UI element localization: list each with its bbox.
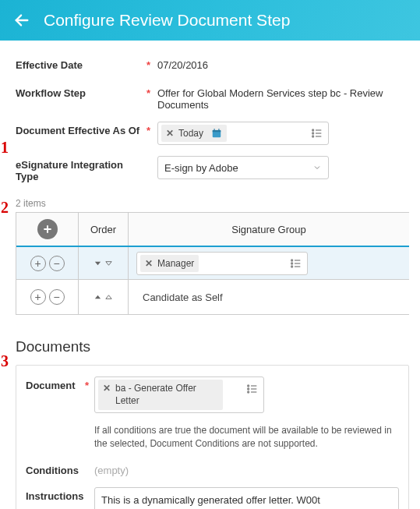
- svg-point-15: [291, 260, 293, 261]
- row-remove-button[interactable]: −: [49, 289, 65, 305]
- required-asterisk: *: [146, 122, 157, 136]
- svg-marker-21: [95, 295, 101, 299]
- row-add-button[interactable]: +: [30, 256, 46, 271]
- document-help-text: If all conditions are true the document …: [26, 424, 399, 451]
- required-asterisk: *: [85, 376, 94, 391]
- doc-effective-field[interactable]: ✕ Today: [157, 122, 329, 145]
- remove-chip-icon[interactable]: ✕: [103, 383, 111, 394]
- table-row[interactable]: + − ✕ Manager: [16, 246, 409, 280]
- effective-date-value: 07/20/2016: [157, 56, 409, 71]
- signature-table: Order Signature Group + −: [16, 212, 409, 315]
- move-up-solid-icon[interactable]: [94, 293, 102, 302]
- svg-marker-22: [106, 295, 111, 299]
- svg-rect-4: [218, 129, 219, 130]
- calendar-icon: [211, 128, 222, 139]
- items-count: 2 items: [16, 193, 409, 212]
- row-remove-button[interactable]: −: [49, 256, 65, 271]
- conditions-label: Conditions: [26, 461, 85, 476]
- order-header: Order: [79, 213, 129, 246]
- list-icon[interactable]: [290, 257, 302, 270]
- chip-text: ba - Generate Offer Letter: [115, 383, 218, 407]
- svg-point-23: [248, 385, 249, 387]
- chevron-down-icon: [312, 163, 322, 172]
- svg-point-9: [312, 136, 314, 137]
- svg-point-19: [291, 266, 293, 267]
- workflow-step-value: Offer for Global Modern Services step bc…: [157, 84, 409, 111]
- document-field[interactable]: ✕ ba - Generate Offer Letter: [94, 376, 264, 413]
- required-asterisk: *: [146, 56, 157, 71]
- svg-rect-3: [214, 129, 215, 130]
- row-add-button[interactable]: +: [30, 289, 46, 305]
- svg-rect-2: [213, 130, 221, 132]
- remove-chip-icon[interactable]: ✕: [166, 128, 174, 139]
- svg-point-7: [312, 133, 314, 134]
- esig-select[interactable]: E-sign by Adobe: [157, 156, 329, 179]
- svg-point-25: [248, 388, 249, 390]
- conditions-value: (empty): [94, 461, 129, 476]
- instructions-input[interactable]: [94, 487, 399, 509]
- svg-point-5: [312, 129, 314, 131]
- chip-text: Today: [178, 128, 203, 139]
- effective-date-label: Effective Date: [16, 56, 146, 71]
- svg-marker-13: [95, 262, 101, 266]
- esig-label: eSignature Integration Type: [16, 156, 146, 182]
- move-up-outline-icon[interactable]: [104, 293, 113, 302]
- document-panel: Document * ✕ ba - Generate Offer Letter …: [16, 365, 409, 509]
- remove-chip-icon[interactable]: ✕: [145, 258, 153, 269]
- required-spacer: [146, 156, 157, 159]
- chip-text: Manager: [157, 258, 194, 269]
- signature-group-value[interactable]: Candidate as Self: [136, 285, 406, 309]
- document-label: Document: [26, 376, 85, 391]
- document-chip[interactable]: ✕ ba - Generate Offer Letter: [98, 380, 223, 410]
- esig-value: E-sign by Adobe: [164, 162, 238, 174]
- header-bar: Configure Review Document Step: [0, 0, 420, 41]
- callout-1: 1: [1, 139, 9, 157]
- svg-marker-14: [106, 262, 111, 266]
- signature-group-field[interactable]: ✕ Manager: [136, 252, 308, 275]
- move-down-solid-icon[interactable]: [94, 259, 102, 267]
- table-row[interactable]: + − Candidate as Self: [16, 280, 409, 314]
- workflow-step-label: Workflow Step: [16, 84, 146, 99]
- group-chip[interactable]: ✕ Manager: [140, 255, 199, 272]
- list-icon[interactable]: [246, 383, 259, 395]
- move-down-outline-icon[interactable]: [104, 259, 113, 267]
- doc-effective-label: Document Effective As Of: [16, 122, 146, 136]
- svg-point-27: [248, 391, 249, 393]
- group-header: Signature Group: [129, 213, 409, 246]
- back-button[interactable]: [12, 11, 31, 30]
- add-row-button[interactable]: [37, 219, 58, 239]
- callout-3: 3: [1, 352, 9, 370]
- doc-effective-chip[interactable]: ✕ Today: [161, 125, 227, 142]
- page-title: Configure Review Document Step: [44, 11, 290, 30]
- documents-section-title: Documents: [16, 338, 409, 355]
- list-icon[interactable]: [311, 127, 323, 140]
- required-asterisk: *: [146, 84, 157, 99]
- callout-2: 2: [1, 199, 9, 217]
- svg-point-17: [291, 263, 293, 264]
- instructions-label: Instructions: [26, 487, 85, 502]
